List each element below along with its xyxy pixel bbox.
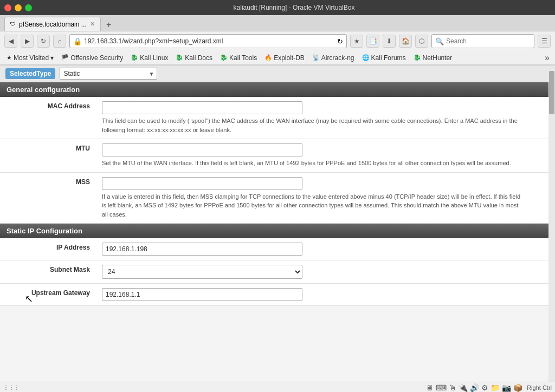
ip-address-input[interactable] (102, 243, 302, 256)
bookmark-label: Kali Tools (229, 54, 257, 62)
general-config-table: MAC Address This field can be used to mo… (0, 97, 555, 224)
mss-row: MSS If a value is entered in this field,… (0, 172, 555, 224)
download-button[interactable]: ⬇ (383, 35, 396, 48)
bookmark-aircrack-ng[interactable]: 📡 Aircrack-ng (309, 53, 358, 63)
subnet-mask-field: 24 8 16 32 (98, 260, 555, 284)
close-button[interactable] (4, 4, 11, 11)
bookmark-most-visited[interactable]: ★ Most Visited ▾ (3, 53, 57, 63)
mtu-row: MTU Set the MTU of the WAN interface. If… (0, 139, 555, 173)
subnet-mask-label: Subnet Mask (0, 260, 98, 284)
pfsense-content: SelectedType ▼ General configuration MAC… (0, 66, 555, 392)
bookmark-label: Aircrack-ng (321, 54, 354, 62)
aircrack-ng-icon: 📡 (312, 54, 320, 61)
status-icons: 🖥 ⌨ 🖱 🔌 🔊 ⚙ 📁 📷 📦 Right Ctrl (426, 383, 552, 392)
bookmark-label: Kali Forums (371, 54, 406, 62)
mss-input[interactable] (102, 177, 302, 190)
static-ip-config-header: Static IP Configuration (0, 224, 555, 238)
mac-address-help: This field can be used to modify ("spoof… (102, 116, 525, 134)
ip-address-row: IP Address (0, 238, 555, 260)
bookmark-kali-forums[interactable]: 🌐 Kali Forums (359, 53, 409, 63)
bookmark-kali-docs[interactable]: 🐉 Kali Docs (172, 53, 216, 63)
pocket-button[interactable]: ⬡ (415, 35, 428, 48)
window-controls[interactable] (4, 4, 32, 11)
general-config-header: General configuration (0, 82, 555, 97)
bookmarks-more-button[interactable]: » (543, 53, 552, 63)
titlebar: kaliaudit [Running] - Oracle VM VirtualB… (0, 0, 555, 15)
bookmark-label: Kali Linux (140, 54, 168, 62)
audio-icon: 🔊 (470, 383, 479, 392)
keyboard-icon: ⌨ (436, 383, 447, 392)
dropdown-arrow-icon: ▼ (149, 71, 154, 77)
right-ctrl-label: Right Ctrl (527, 384, 552, 391)
mac-address-field: This field can be used to modify ("spoof… (98, 97, 555, 139)
scrollbar-thumb[interactable] (549, 71, 554, 114)
mtu-label: MTU (0, 139, 98, 173)
ip-address-label: IP Address (0, 238, 98, 260)
bookmark-label: Offensive Security (70, 54, 123, 62)
bookmark-exploit-db[interactable]: 🔥 Exploit-DB (261, 53, 308, 63)
bookmark-star-button[interactable]: ★ (350, 35, 363, 48)
kali-forums-icon: 🌐 (362, 54, 370, 61)
shared-folder-icon: 📁 (491, 383, 500, 392)
selected-type-label: SelectedType (5, 68, 55, 79)
titlebar-title: kaliaudit [Running] - Oracle VM VirtualB… (37, 4, 551, 11)
ip-address-field (98, 238, 555, 260)
mtu-help: Set the MTU of the WAN interface. If thi… (102, 159, 525, 168)
tab-favicon: 🛡 (10, 21, 16, 27)
new-tab-button[interactable]: + (103, 19, 115, 31)
static-ip-config-table: IP Address Subnet Mask 24 8 16 (0, 238, 555, 306)
url-bar[interactable] (84, 37, 335, 45)
bookmarks-bar: ★ Most Visited ▾ 🏴 Offensive Security 🐉 … (0, 51, 555, 65)
upstream-gateway-row: Upstream Gateway (0, 284, 555, 306)
tab-label: pfSense.localdomain ... (19, 21, 87, 28)
lock-icon: 🔒 (73, 37, 82, 45)
bookmark-label: NetHunter (423, 54, 453, 62)
upstream-gateway-input[interactable] (102, 288, 302, 301)
home-nav-button[interactable]: 🏠 (399, 35, 412, 48)
bookmark-offensive-security[interactable]: 🏴 Offensive Security (58, 53, 126, 63)
back-button[interactable]: ◀ (4, 35, 17, 48)
exploit-db-icon: 🔥 (264, 54, 272, 61)
upstream-gateway-label: Upstream Gateway (0, 284, 98, 306)
url-bar-container[interactable]: 🔒 ↻ (69, 34, 347, 48)
page-inner: SelectedType ▼ General configuration MAC… (0, 66, 555, 392)
vbox-icon: 📦 (513, 383, 522, 392)
bookmark-kali-linux[interactable]: 🐉 Kali Linux (127, 53, 171, 63)
mac-address-input[interactable] (102, 101, 302, 114)
search-input[interactable] (446, 37, 531, 45)
home-button[interactable]: ⌂ (53, 35, 66, 48)
mss-label: MSS (0, 172, 98, 224)
reload-button[interactable]: ↻ (37, 35, 50, 48)
subnet-mask-row: Subnet Mask 24 8 16 32 (0, 260, 555, 284)
mtu-field: Set the MTU of the WAN interface. If thi… (98, 139, 555, 173)
chevron-down-icon: ▾ (50, 54, 54, 62)
mss-field: If a value is entered in this field, the… (98, 172, 555, 224)
resize-handle: ⋮⋮⋮ (3, 384, 20, 390)
browser-tab[interactable]: 🛡 pfSense.localdomain ... ✕ (4, 17, 101, 31)
mac-address-row: MAC Address This field can be used to mo… (0, 97, 555, 139)
settings-icon[interactable]: ⚙ (481, 383, 488, 392)
menu-button[interactable]: ☰ (538, 35, 551, 48)
forward-button[interactable]: ▶ (21, 35, 34, 48)
kali-linux-icon: 🐉 (131, 54, 138, 61)
upstream-gateway-field (98, 284, 555, 306)
mtu-input[interactable] (102, 143, 302, 156)
scrollbar[interactable] (548, 66, 555, 392)
mss-help: If a value is entered in this field, the… (102, 192, 525, 219)
minimize-button[interactable] (15, 4, 22, 11)
bookmark-label: Kali Docs (185, 54, 212, 62)
bookmark-label: Exploit-DB (274, 54, 305, 62)
subnet-mask-select[interactable]: 24 8 16 32 (102, 265, 302, 279)
bookmark-kali-tools[interactable]: 🐉 Kali Tools (217, 53, 260, 63)
bookmark-nethunter[interactable]: 🐉 NetHunter (410, 53, 456, 63)
tab-close-button[interactable]: ✕ (90, 21, 95, 28)
selected-type-input[interactable] (60, 68, 157, 80)
selected-type-row: SelectedType ▼ (0, 66, 555, 82)
kali-docs-icon: 🐉 (176, 54, 183, 61)
bookmarks-button[interactable]: 📑 (366, 35, 379, 48)
reload-url-icon[interactable]: ↻ (337, 37, 343, 45)
maximize-button[interactable] (25, 4, 32, 11)
network-icon: 🖥 (426, 383, 434, 392)
most-visited-icon: ★ (7, 54, 12, 61)
search-bar-container[interactable]: 🔍 (431, 34, 534, 48)
